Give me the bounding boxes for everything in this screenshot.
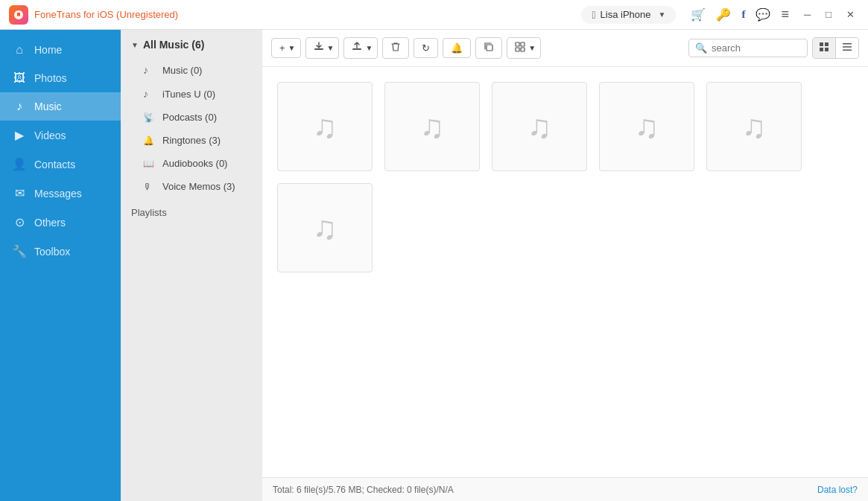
sidebar-item-music[interactable]: ♪ Music [0, 92, 121, 121]
subnav-item-voicememos[interactable]: 🎙 Voice Memos (3) [121, 175, 262, 198]
delete-icon [390, 42, 401, 54]
subnav-item-itunes[interactable]: ♪ iTunes U (0) [121, 82, 262, 106]
tools-arrow-icon: ▼ [528, 44, 536, 52]
svg-rect-5 [516, 48, 519, 51]
key-icon[interactable]: 🔑 [716, 7, 731, 22]
playlists-section-label: Playlists [121, 198, 262, 223]
subnav-label-audiobooks: Audiobooks (0) [162, 158, 227, 169]
sidebar-item-contacts[interactable]: 👤 Contacts [0, 150, 121, 179]
music-card[interactable]: ♫ [277, 82, 373, 171]
add-button[interactable]: + ▼ [271, 38, 301, 58]
svg-rect-0 [314, 48, 323, 50]
videos-icon: ▶ [12, 128, 27, 142]
toolbar: + ▼ ▼ ▼ ↻ [262, 30, 868, 67]
subnav-item-audiobooks[interactable]: 📖 Audiobooks (0) [121, 152, 262, 175]
facebook-icon[interactable]: f [741, 8, 745, 21]
tools-icon [515, 42, 525, 54]
apple-icon:  [592, 9, 595, 21]
minimize-button[interactable]: ─ [799, 7, 815, 22]
music-card[interactable]: ♫ [492, 82, 587, 171]
music-note-icon-2: ♫ [420, 110, 445, 143]
music-note-icon-6: ♫ [313, 211, 338, 244]
close-button[interactable]: ✕ [842, 7, 859, 22]
home-icon: ⌂ [12, 43, 27, 57]
sidebar-label-messages: Messages [34, 188, 82, 200]
window-controls: ─ □ ✕ [799, 7, 859, 22]
copy-button[interactable] [475, 37, 502, 59]
data-lost-link[interactable]: Data lost? [817, 485, 858, 495]
sidebar-label-videos: Videos [34, 130, 66, 141]
svg-rect-6 [521, 48, 525, 51]
chat-icon[interactable]: 💬 [755, 7, 770, 22]
music-note-icon-3: ♫ [528, 110, 552, 143]
others-icon: ⊙ [12, 215, 27, 229]
bell-button[interactable]: 🔔 [443, 38, 471, 58]
status-text: Total: 6 file(s)/5.76 MB; Checked: 0 fil… [273, 485, 454, 495]
refresh-icon: ↻ [422, 42, 430, 54]
subnav-item-podcasts[interactable]: 📡 Podcasts (0) [121, 106, 262, 129]
subnav-item-ringtones[interactable]: 🔔 Ringtones (3) [121, 129, 262, 152]
svg-rect-12 [843, 46, 852, 48]
subnav-header[interactable]: ▼ All Music (6) [121, 30, 262, 58]
list-view-button[interactable] [836, 38, 858, 58]
svg-rect-7 [820, 42, 823, 46]
subnav-label-voicememos: Voice Memos (3) [162, 181, 235, 192]
tools-button[interactable]: ▼ [507, 37, 541, 59]
sidebar-label-home: Home [34, 44, 62, 56]
subnav-label-itunes: iTunes U (0) [162, 89, 215, 100]
search-box[interactable]: 🔍 [688, 39, 808, 57]
music-grid: ♫ ♫ ♫ ♫ ♫ ♫ [262, 67, 868, 477]
subnav-label-music: Music (0) [162, 65, 202, 76]
device-selector[interactable]:  Lisa iPhone ▼ [581, 6, 676, 24]
toolbox-icon: 🔧 [12, 244, 27, 258]
svg-rect-8 [825, 42, 829, 46]
cart-icon[interactable]: 🛒 [691, 7, 706, 22]
maximize-button[interactable]: □ [821, 7, 836, 22]
sidebar-item-photos[interactable]: 🖼 Photos [0, 64, 121, 92]
sidebar-item-videos[interactable]: ▶ Videos [0, 121, 121, 150]
sidebar-label-contacts: Contacts [34, 159, 75, 170]
audiobooks-icon: 📖 [143, 159, 156, 169]
itunes-icon: ♪ [143, 88, 156, 100]
subnav-header-title: All Music (6) [143, 39, 204, 51]
svg-rect-3 [516, 42, 519, 46]
sidebar-item-toolbox[interactable]: 🔧 Toolbox [0, 237, 121, 266]
svg-rect-2 [487, 45, 492, 51]
subnav-item-music[interactable]: ♪ Music (0) [121, 58, 262, 82]
sidebar-label-music: Music [34, 100, 62, 112]
app-title: FoneTrans for iOS (Unregistered) [34, 9, 581, 20]
music-note-icon-1: ♫ [313, 110, 338, 143]
music-card[interactable]: ♫ [277, 183, 373, 272]
sidebar-label-toolbox: Toolbox [34, 246, 70, 258]
podcasts-icon: 📡 [143, 112, 156, 123]
messages-icon: ✉ [12, 186, 27, 200]
delete-button[interactable] [382, 37, 409, 59]
search-icon: 🔍 [695, 42, 707, 54]
refresh-button[interactable]: ↻ [414, 38, 438, 58]
titlebar: FoneTrans for iOS (Unregistered)  Lisa … [0, 0, 868, 30]
sidebar-item-messages[interactable]: ✉ Messages [0, 179, 121, 208]
svg-rect-4 [521, 42, 525, 46]
menu-icon[interactable]: ≡ [781, 7, 789, 22]
bell-icon: 🔔 [451, 42, 463, 54]
add-arrow-icon: ▼ [288, 44, 296, 52]
main-layout: ⌂ Home 🖼 Photos ♪ Music ▶ Videos 👤 Conta… [0, 30, 868, 501]
content-area: + ▼ ▼ ▼ ↻ [262, 30, 868, 501]
search-input[interactable] [712, 42, 801, 54]
export-button[interactable]: ▼ [305, 37, 340, 59]
grid-view-button[interactable] [813, 38, 836, 58]
svg-rect-11 [843, 43, 852, 45]
sidebar-item-home[interactable]: ⌂ Home [0, 36, 121, 64]
import-icon [352, 42, 362, 54]
music-card[interactable]: ♫ [384, 82, 480, 171]
music-card[interactable]: ♫ [706, 82, 802, 171]
sidebar-item-others[interactable]: ⊙ Others [0, 208, 121, 237]
svg-rect-10 [825, 48, 829, 51]
export-arrow-icon: ▼ [327, 44, 335, 52]
titlebar-actions: 🛒 🔑 f 💬 ≡ [691, 7, 789, 22]
subnav-panel: ▼ All Music (6) ♪ Music (0) ♪ iTunes U (… [121, 30, 262, 501]
import-arrow-icon: ▼ [365, 44, 373, 52]
music-card[interactable]: ♫ [599, 82, 694, 171]
import-button[interactable]: ▼ [343, 37, 378, 59]
photos-icon: 🖼 [12, 71, 27, 85]
